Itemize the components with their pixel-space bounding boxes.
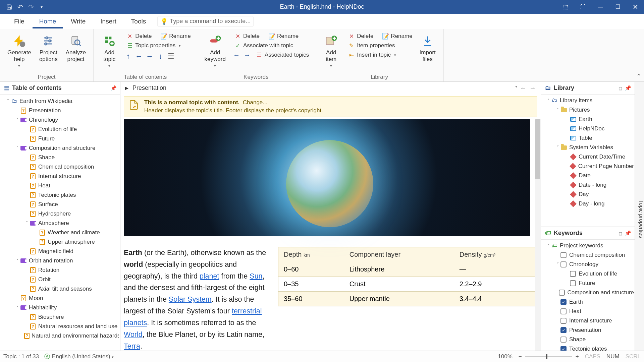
import-files-button[interactable]: Import files	[415, 32, 440, 64]
toc-node[interactable]: ?Biosphere	[1, 312, 119, 322]
toc-node[interactable]: ˅Orbit and rotation	[1, 256, 119, 265]
move-down-icon[interactable]: ↓	[156, 52, 165, 61]
keyword-item[interactable]: Heat	[542, 307, 634, 316]
toc-node[interactable]: ˅🗂Earth from Wikipedia	[1, 97, 119, 106]
popout-icon[interactable]: ◻	[619, 85, 623, 91]
toc-node[interactable]: ?Orbit	[1, 275, 119, 284]
qat-undo-icon[interactable]: ↶	[16, 3, 24, 11]
kw-next-icon[interactable]: →	[243, 51, 252, 59]
toc-node[interactable]: ?Evolution of life	[1, 125, 119, 134]
zoom-slider[interactable]: − +	[519, 353, 579, 360]
toc-node[interactable]: ?Hydrosphere	[1, 209, 119, 219]
tab-insert[interactable]: Insert	[94, 14, 123, 28]
keyword-item[interactable]: ✓Earth	[542, 297, 634, 307]
toc-node[interactable]: ?Tectonic plates	[1, 190, 119, 200]
analyze-project-button[interactable]: Analyze project	[62, 32, 90, 64]
toc-node[interactable]: ?Axial tilt and seasons	[1, 284, 119, 294]
add-item-button[interactable]: Add item▾	[319, 32, 343, 70]
maximize-icon[interactable]: ❐	[609, 0, 627, 14]
kw-delete-button[interactable]: ✕Delete	[232, 32, 262, 41]
keyword-item[interactable]: Shape	[542, 335, 634, 344]
toc-tree[interactable]: ˅🗂Earth from Wikipedia?Presentation˅Chro…	[0, 95, 120, 351]
toc-node[interactable]: ?Future	[1, 134, 119, 143]
associate-topic-button[interactable]: ✓Associate with topic	[232, 41, 312, 50]
lib-rename-button[interactable]: 📝Rename	[379, 32, 415, 41]
keyword-item[interactable]: Chemical composition	[542, 250, 634, 260]
toc-node[interactable]: ˅Composition and structure	[1, 143, 119, 153]
qat-customize-icon[interactable]: ▾	[38, 3, 46, 11]
keyword-item[interactable]: ˅Chronology	[542, 260, 634, 269]
toc-node[interactable]: ?Natural and environmental hazards	[1, 331, 119, 341]
breadcrumb-item[interactable]: Presentation	[132, 84, 166, 92]
topic-properties-button[interactable]: ☰Topic properties ▾	[124, 41, 193, 50]
history-back-icon[interactable]: ←	[520, 84, 527, 92]
status-language[interactable]: ⒶEnglish (United States) ▾	[44, 353, 114, 360]
link-solar-system[interactable]: Solar System	[169, 295, 212, 303]
collapse-ribbon-icon[interactable]: ⌃	[636, 73, 641, 80]
toc-node[interactable]: ˅Atmosphere	[1, 219, 119, 228]
library-node[interactable]: HelpNDoc	[542, 124, 634, 133]
keywords-tree[interactable]: ˅🏷Project keywordsChemical composition˅C…	[541, 240, 635, 351]
toc-node[interactable]: ?Moon	[1, 294, 119, 303]
zoom-in-icon[interactable]: +	[576, 353, 579, 360]
fullscreen-icon[interactable]: ⛶	[574, 0, 592, 14]
kw-prev-icon[interactable]: ←	[232, 51, 241, 59]
toc-node[interactable]: ˅Chronology	[1, 115, 119, 125]
tab-write[interactable]: Write	[64, 14, 92, 28]
move-left-icon[interactable]: ←	[135, 52, 143, 61]
kw-rename-button[interactable]: 📝Rename	[266, 32, 301, 41]
move-right-icon[interactable]: →	[145, 52, 154, 61]
library-node[interactable]: Current Page Number	[542, 162, 634, 171]
popout-icon[interactable]: ◻	[619, 231, 623, 236]
link-world[interactable]: World	[124, 330, 143, 339]
tab-tools[interactable]: Tools	[124, 14, 153, 28]
associated-topics-button[interactable]: ☰Associated topics	[253, 51, 312, 59]
toc-node[interactable]: ?Shape	[1, 153, 119, 162]
link-terra[interactable]: Terra	[124, 342, 140, 350]
ribbon-display-icon[interactable]: ⬚	[557, 0, 574, 14]
qat-redo-icon[interactable]: ↷	[27, 3, 35, 11]
zoom-out-icon[interactable]: −	[519, 353, 522, 360]
outline-icon[interactable]: ☰	[167, 52, 175, 61]
library-node[interactable]: Day	[542, 190, 634, 199]
close-icon[interactable]: ✕	[627, 0, 644, 14]
add-topic-button[interactable]: Add topic▾	[97, 32, 122, 70]
lib-delete-button[interactable]: ✕Delete	[345, 32, 376, 41]
library-node[interactable]: Earth	[542, 115, 634, 124]
tell-me-input[interactable]: 💡 Type a command to execute...	[157, 16, 254, 27]
toc-delete-button[interactable]: ✕Delete	[124, 32, 154, 41]
pin-icon[interactable]: 📌	[625, 85, 631, 91]
item-properties-button[interactable]: ✎Item properties	[345, 41, 415, 50]
topic-properties-tab[interactable]: Topic properties	[635, 82, 644, 351]
generate-help-button[interactable]: Generate help▾	[3, 32, 35, 70]
library-node[interactable]: Day - long	[542, 199, 634, 208]
library-node[interactable]: ˅System Variables	[542, 143, 634, 152]
link-planet[interactable]: planet	[200, 272, 219, 280]
keyword-item[interactable]: ✓Tectonic plates	[542, 344, 634, 351]
library-node[interactable]: Date - long	[542, 180, 634, 190]
breadcrumb-dropdown-icon[interactable]: ▾	[515, 84, 517, 92]
content-area[interactable]: Earth (or the Earth), otherwise known as…	[120, 119, 541, 351]
vertical-scrollbar[interactable]	[535, 119, 541, 351]
pin-icon[interactable]: 📌	[110, 85, 117, 91]
toc-node[interactable]: ?Internal structure	[1, 172, 119, 181]
toc-rename-button[interactable]: 📝Rename	[158, 32, 193, 41]
toc-node[interactable]: ?Presentation	[1, 106, 119, 115]
history-forward-icon[interactable]: →	[529, 84, 536, 92]
tab-file[interactable]: File	[7, 14, 31, 28]
keyword-item[interactable]: Evolution of life	[542, 269, 634, 279]
toc-node[interactable]: ?Weather and climate	[1, 228, 119, 237]
keywords-root[interactable]: ˅🏷Project keywords	[542, 241, 634, 250]
toc-node[interactable]: ?Heat	[1, 181, 119, 190]
library-node[interactable]: Current Date/Time	[542, 152, 634, 162]
project-options-button[interactable]: Project options	[35, 32, 62, 64]
toc-node[interactable]: ?Upper atmosphere	[1, 237, 119, 247]
tab-home[interactable]: Home	[33, 14, 63, 28]
toc-node[interactable]: ?Natural resources and land use	[1, 322, 119, 331]
toc-node[interactable]: ?Rotation	[1, 265, 119, 275]
library-tree[interactable]: ˅🗂Library items˅PicturesEarthHelpNDocTab…	[541, 95, 635, 227]
library-node[interactable]: Date	[542, 171, 634, 180]
keyword-item[interactable]: Internal structure	[542, 316, 634, 325]
move-up-icon[interactable]: ↑	[124, 52, 132, 61]
keyword-item[interactable]: Future	[542, 279, 634, 288]
